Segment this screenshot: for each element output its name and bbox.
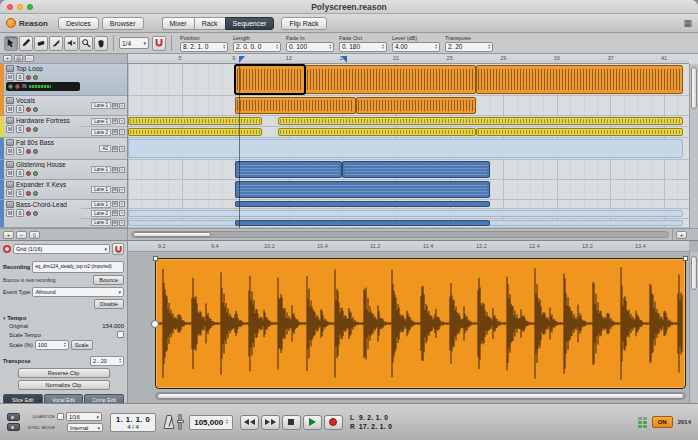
lane-mute-button[interactable]: M — [112, 103, 118, 109]
editor-snap-button[interactable] — [112, 243, 124, 255]
audio-clip-editor[interactable] — [155, 258, 686, 389]
scale-button[interactable]: Scale — [71, 340, 93, 350]
lane-row[interactable]: Lane 1M× — [81, 160, 127, 179]
field-fade-out-value[interactable]: 0. 180▴▾ — [339, 42, 387, 52]
field-length-value[interactable]: 2. 0. 0. 0▴▾ — [233, 42, 281, 52]
field-fade-in-value[interactable]: 0. 100▴▾ — [286, 42, 334, 52]
track-solo-button[interactable]: S — [16, 209, 24, 217]
normalize-clip-button[interactable]: Normalize Clip — [18, 380, 110, 390]
transpose-field[interactable]: 2 . 20▴▾ — [90, 356, 124, 366]
position-display[interactable]: 1. 1. 1. 0 4 / 4 — [110, 413, 156, 432]
mute-tool-button[interactable] — [64, 36, 78, 51]
toolbar-button-flip-rack[interactable]: Flip Rack — [281, 17, 326, 30]
field-transpose-value[interactable]: 2. 20▴▾ — [445, 42, 493, 52]
track-solo-button[interactable]: S — [16, 147, 24, 155]
tab-comp-edit[interactable]: Comp Edit — [84, 394, 124, 403]
clip[interactable] — [235, 97, 356, 114]
editor-vscrollbar[interactable] — [689, 252, 698, 403]
play-button[interactable] — [303, 415, 322, 430]
arrange-hscroll-handle[interactable] — [133, 232, 211, 237]
loop-left-value[interactable]: 9. 2. 1. 0 — [359, 414, 388, 421]
lane-delete-button[interactable]: × — [119, 187, 125, 193]
track-filter-icon[interactable]: ▤ — [14, 55, 23, 62]
track-solo-button[interactable]: S — [16, 73, 24, 81]
fade-in-handle[interactable] — [153, 256, 158, 261]
arrange-lane[interactable] — [128, 138, 689, 160]
lane-mute-button[interactable]: M — [112, 201, 118, 207]
quantize-dropdown[interactable]: 1/16▾ — [66, 412, 102, 421]
grid-dropdown[interactable]: Grid (1/16)▾ — [13, 244, 110, 254]
loop-end-marker[interactable] — [341, 56, 347, 63]
pencil-tool-button[interactable] — [19, 36, 33, 51]
track-mute-button[interactable]: M — [6, 147, 14, 155]
lane-delete-button[interactable]: × — [119, 129, 125, 135]
lane-delete-button[interactable]: × — [119, 146, 125, 152]
magnify-tool-button[interactable] — [79, 36, 93, 51]
snap-value-dropdown[interactable]: 1/4▾ — [119, 37, 149, 49]
record-arm-button[interactable] — [26, 75, 31, 80]
clip[interactable] — [128, 139, 683, 158]
record-arm-button[interactable] — [26, 171, 31, 176]
lane-row[interactable]: Lane 1M× — [81, 116, 127, 126]
record-button[interactable] — [324, 415, 343, 430]
field-position-value[interactable]: 8. 2. 1. 0▴▾ — [180, 42, 228, 52]
lane-row[interactable]: Lane 1M× — [81, 96, 127, 115]
clip[interactable] — [128, 128, 262, 136]
reverse-clip-button[interactable]: Reverse Clip — [18, 368, 110, 378]
editor-hscrollbar[interactable] — [155, 392, 686, 400]
monitor-button[interactable] — [33, 149, 38, 154]
arrange-lane[interactable] — [128, 64, 689, 96]
arrange-vscrollbar[interactable] — [689, 64, 698, 228]
click-level-slider[interactable] — [178, 414, 182, 430]
lane-mute-button[interactable]: M — [112, 167, 118, 173]
record-arm-button[interactable] — [26, 149, 31, 154]
scale-percent-field[interactable]: 100▴▾ — [35, 340, 69, 350]
monitor-button[interactable] — [33, 107, 38, 112]
event-type-dropdown[interactable]: Allround▾ — [32, 287, 124, 297]
clip[interactable] — [235, 181, 490, 198]
sync-mode-dropdown[interactable]: Internal▾ — [67, 423, 103, 432]
disable-button[interactable]: Disable — [94, 299, 124, 309]
quantize-checkbox[interactable] — [57, 413, 64, 420]
razor-tool-button[interactable] — [49, 36, 63, 51]
lane-mute-button[interactable]: M — [112, 187, 118, 193]
recording-file-field[interactable]: eq_drm124_steady_top.rx2 (imported) — [32, 261, 124, 273]
field-level-value[interactable]: 4.00▴▾ — [392, 42, 440, 52]
toolbar-button-devices[interactable]: Devices — [58, 17, 99, 30]
lane-row[interactable]: Lane 2M× — [81, 126, 127, 137]
arrange-lane[interactable] — [128, 200, 689, 209]
clip[interactable] — [235, 161, 342, 178]
track-solo-button[interactable]: S — [16, 105, 24, 113]
lane-delete-button[interactable]: × — [119, 220, 125, 226]
selection-tool-button[interactable] — [4, 36, 18, 51]
song-position-line[interactable] — [239, 64, 240, 228]
track-solo-button[interactable]: S — [16, 189, 24, 197]
lane-mute-button[interactable]: M — [112, 146, 118, 152]
editor-ruler[interactable]: 9.29.410.210.411.211.412.212.413.213.4 — [128, 241, 689, 252]
monitor-button[interactable] — [33, 191, 38, 196]
lane-delete-button[interactable]: × — [119, 210, 125, 216]
arrange-lane[interactable] — [128, 127, 689, 138]
clip[interactable] — [235, 220, 490, 226]
stop-button[interactable] — [282, 415, 301, 430]
clip[interactable] — [128, 117, 262, 125]
arrange-lane[interactable] — [128, 96, 689, 116]
loop-start-marker[interactable] — [239, 56, 245, 63]
track-row[interactable]: VocalsMSLane 1M× — [0, 96, 127, 116]
lane-mute-button[interactable]: M — [112, 129, 118, 135]
track-mute-button[interactable]: M — [6, 105, 14, 113]
arrange-hscrollbar[interactable] — [131, 231, 669, 238]
lane-mute-button[interactable]: M — [112, 118, 118, 124]
lane-row[interactable]: Lane 1M× — [81, 180, 127, 199]
lane-delete-button[interactable]: × — [119, 118, 125, 124]
lane-delete-button[interactable]: × — [119, 167, 125, 173]
track-row[interactable]: Bass-Chord-LeadMSLane 1M×Lane 2M×Lane 3M… — [0, 200, 127, 228]
record-arm-button[interactable] — [26, 127, 31, 132]
track-mute-button[interactable]: M — [6, 73, 14, 81]
track-row[interactable]: Expander X KeysMSLane 1M× — [0, 180, 127, 200]
track-options-icon[interactable]: ⋯ — [25, 55, 34, 62]
track-mute-button[interactable]: M — [6, 125, 14, 133]
eraser-tool-button[interactable] — [34, 36, 48, 51]
lane-row[interactable]: Lane 1M× — [81, 200, 127, 208]
zoom-out-button[interactable]: − — [16, 231, 27, 239]
